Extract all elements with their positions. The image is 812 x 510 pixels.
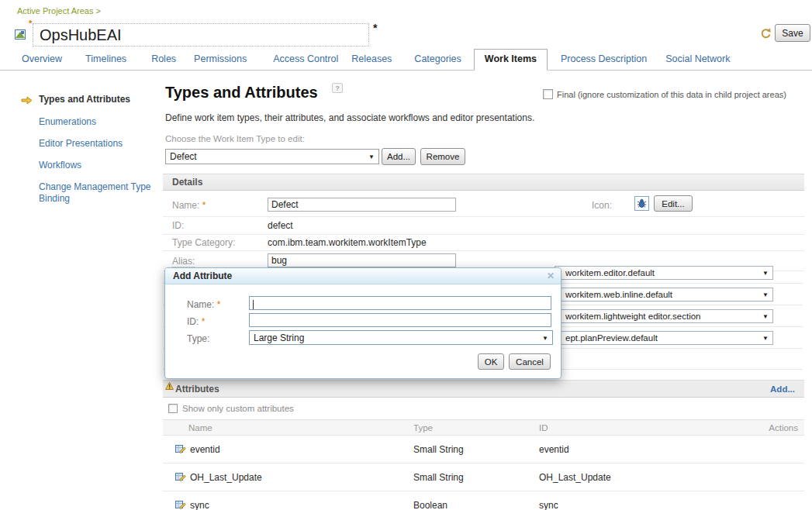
attribute-name: eventid [190, 444, 220, 455]
web-inline-presentation-value: workitem.web.inline.default [565, 290, 672, 299]
tab-bar: Overview Timelines Roles Permissions Acc… [0, 51, 812, 71]
work-item-type-chooser-label: Choose the Work Item Type to edit: [165, 134, 305, 143]
id-value: defect [268, 220, 293, 231]
tab-access-control[interactable]: Access Control [273, 53, 338, 70]
save-button[interactable]: Save [775, 24, 810, 42]
sidebar-item-workflows[interactable]: Workflows [39, 160, 81, 171]
tab-timelines[interactable]: Timelines [85, 53, 126, 70]
add-attribute-link[interactable]: Add... [770, 384, 795, 394]
table-row[interactable]: eventid Small String eventid [163, 436, 804, 463]
sidebar-item-change-management-type-binding[interactable]: Change Management Type Binding [39, 181, 163, 205]
final-option: Final (ignore customization of this data… [543, 89, 786, 99]
attribute-id: OH_Last_Update [539, 472, 611, 483]
work-item-type-select[interactable]: Defect ▼ [165, 149, 379, 164]
name-label-text: Name: [172, 200, 199, 211]
details-section-title: Details [172, 177, 202, 188]
tab-roles[interactable]: Roles [151, 53, 176, 70]
text-caret [253, 300, 254, 309]
sidebar-item-editor-presentations[interactable]: Editor Presentations [39, 138, 123, 149]
plan-preview-presentation-value: ept.planPreview.default [565, 333, 658, 343]
attribute-name: sync [190, 500, 209, 510]
chevron-down-icon: ▼ [762, 335, 769, 342]
dialog-id-required-marker: * [202, 316, 206, 327]
attributes-table-header: Name Type ID Actions [163, 419, 804, 436]
attribute-type: Boolean [413, 500, 447, 510]
attribute-type: Small String [413, 472, 464, 483]
dialog-id-label-text: ID: [187, 316, 199, 327]
type-category-value: com.ibm.team.workitem.workItemType [268, 237, 427, 248]
editor-presentation-select[interactable]: workitem.editor.default ▼ [555, 266, 773, 280]
details-row-id: ID: defect [163, 217, 804, 235]
table-row[interactable]: OH_Last_Update Small String OH_Last_Upda… [163, 463, 804, 491]
section-description: Define work item types, their attributes… [165, 112, 534, 123]
dialog-type-label: Type: [187, 333, 209, 344]
chevron-down-icon: ▼ [368, 153, 375, 160]
warning-icon [165, 379, 174, 393]
column-header-name: Name [188, 423, 213, 432]
column-header-actions: Actions [769, 423, 798, 432]
icon-label: Icon: [592, 200, 612, 211]
cancel-button[interactable]: Cancel [509, 353, 551, 370]
dialog-type-selected-value: Large String [254, 333, 304, 343]
breadcrumb[interactable]: Active Project Areas > [17, 6, 101, 16]
column-header-id: ID [539, 423, 548, 432]
dialog-title-bar[interactable]: Add Attribute ✕ [165, 268, 561, 284]
details-row-name: Name: * Icon: Edit... [163, 194, 804, 217]
dialog-id-input[interactable] [249, 313, 551, 327]
type-name-input[interactable] [268, 198, 456, 212]
dialog-id-label: ID: * [187, 316, 205, 327]
tab-social-network[interactable]: Social Network [665, 53, 730, 70]
dialog-name-input[interactable] [249, 296, 551, 310]
unsaved-changes-marker: * [373, 22, 377, 34]
current-section-arrow-icon [21, 94, 33, 108]
tab-categories[interactable]: Categories [414, 53, 461, 70]
editor-presentation-value: workitem.editor.default [565, 268, 655, 277]
project-area-icon [14, 28, 27, 44]
tab-releases[interactable]: Releases [351, 53, 392, 70]
attribute-icon [175, 499, 186, 510]
ok-button[interactable]: OK [478, 353, 504, 370]
plan-preview-presentation-select[interactable]: ept.planPreview.default ▼ [555, 331, 773, 345]
custom-attributes-filter: Show only custom attributes [168, 404, 294, 413]
sidebar-item-types-and-attributes[interactable]: Types and Attributes [39, 94, 130, 105]
sidebar-item-enumerations[interactable]: Enumerations [39, 116, 96, 127]
chevron-down-icon: ▼ [542, 334, 548, 341]
column-header-type: Type [413, 423, 433, 432]
tab-permissions[interactable]: Permissions [194, 53, 247, 70]
project-name-input[interactable] [33, 23, 369, 47]
edit-icon-button[interactable]: Edit... [654, 195, 693, 212]
help-icon[interactable]: ? [332, 83, 343, 93]
final-checkbox[interactable] [543, 89, 553, 99]
dialog-name-required-marker: * [217, 299, 221, 310]
attribute-id: sync [539, 500, 558, 510]
tab-overview[interactable]: Overview [22, 53, 62, 70]
tab-work-items[interactable]: Work Items [474, 49, 548, 71]
web-inline-presentation-select[interactable]: workitem.web.inline.default ▼ [555, 288, 773, 302]
title-required-marker: * [29, 19, 32, 28]
project-area-editor-page: Active Project Areas > * * Save Overview… [0, 0, 812, 510]
add-type-button[interactable]: Add... [382, 148, 416, 165]
name-required-marker: * [202, 200, 206, 211]
name-label: Name: * [172, 200, 206, 211]
add-attribute-dialog: Add Attribute ✕ Name: * ID: * Type: Larg… [164, 267, 561, 379]
lightweight-editor-presentation-value: workitem.lightweight editor.section [565, 312, 701, 321]
dialog-type-select[interactable]: Large String ▼ [249, 330, 553, 345]
attribute-name: OH_Last_Update [190, 472, 262, 483]
work-item-type-icon [634, 196, 649, 211]
page-title: Types and Attributes [165, 84, 318, 102]
details-row-type-category: Type Category: com.ibm.team.workitem.wor… [163, 235, 804, 251]
attributes-section-title: Attributes [175, 384, 219, 395]
attribute-id: eventid [539, 444, 569, 455]
table-row[interactable]: sync Boolean sync [163, 491, 804, 510]
tab-process-description[interactable]: Process Description [561, 53, 647, 70]
show-custom-attributes-label: Show only custom attributes [182, 404, 294, 413]
type-category-label: Type Category: [172, 237, 235, 248]
close-icon[interactable]: ✕ [547, 271, 555, 281]
lightweight-editor-presentation-select[interactable]: workitem.lightweight editor.section ▼ [555, 309, 773, 323]
dialog-name-label: Name: * [187, 299, 220, 310]
remove-type-button[interactable]: Remove [420, 148, 465, 165]
show-custom-attributes-checkbox[interactable] [168, 404, 178, 413]
dialog-buttons: OK Cancel [478, 353, 551, 370]
refresh-process-icon[interactable] [759, 27, 772, 43]
dialog-title: Add Attribute [173, 271, 547, 281]
